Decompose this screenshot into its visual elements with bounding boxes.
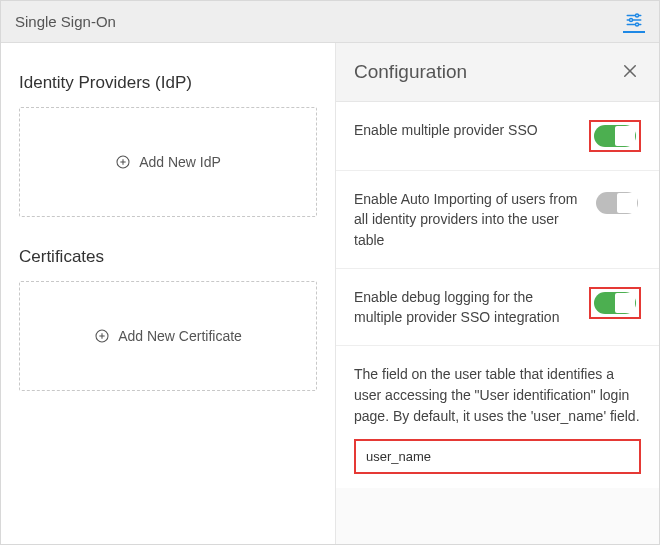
certs-heading: Certificates	[19, 247, 317, 267]
toggle-switch[interactable]	[594, 125, 636, 147]
toggle-highlight-wrap	[589, 287, 641, 319]
config-row: Enable multiple provider SSO	[336, 102, 659, 171]
user-field-input[interactable]	[366, 449, 629, 464]
toggle-switch[interactable]	[596, 192, 638, 214]
config-title: Configuration	[354, 61, 467, 83]
config-row-label: Enable debug logging for the multiple pr…	[354, 287, 577, 328]
toggle-highlight-wrap	[589, 120, 641, 152]
add-certificate-button[interactable]: Add New Certificate	[19, 281, 317, 391]
config-panel: Configuration Enable multiple provider S…	[335, 43, 659, 544]
plus-circle-icon	[94, 328, 110, 344]
add-idp-button[interactable]: Add New IdP	[19, 107, 317, 217]
user-field-section: The field on the user table that identif…	[336, 346, 659, 488]
main-content: Identity Providers (IdP) Add New IdP Cer…	[1, 43, 659, 544]
svg-point-5	[636, 23, 639, 26]
left-panel: Identity Providers (IdP) Add New IdP Cer…	[1, 43, 335, 544]
toggle-switch[interactable]	[594, 292, 636, 314]
user-field-input-wrapper	[354, 439, 641, 474]
toggle-knob	[615, 126, 635, 146]
idp-heading: Identity Providers (IdP)	[19, 73, 317, 93]
add-cert-label: Add New Certificate	[118, 328, 242, 344]
toggle-knob	[615, 293, 635, 313]
plus-circle-icon	[115, 154, 131, 170]
svg-point-3	[630, 18, 633, 21]
settings-sliders-icon[interactable]	[623, 11, 645, 33]
page-title: Single Sign-On	[15, 13, 116, 30]
toggle-knob	[617, 193, 637, 213]
config-row-label: Enable Auto Importing of users from all …	[354, 189, 581, 250]
config-row: Enable Auto Importing of users from all …	[336, 171, 659, 269]
config-row-label: Enable multiple provider SSO	[354, 120, 577, 140]
topbar: Single Sign-On	[1, 1, 659, 43]
user-field-description: The field on the user table that identif…	[354, 364, 641, 427]
toggle-highlight-wrap	[593, 189, 641, 217]
config-header: Configuration	[336, 43, 659, 102]
close-icon[interactable]	[621, 62, 641, 82]
config-row: Enable debug logging for the multiple pr…	[336, 269, 659, 347]
svg-point-1	[636, 14, 639, 17]
add-idp-label: Add New IdP	[139, 154, 221, 170]
